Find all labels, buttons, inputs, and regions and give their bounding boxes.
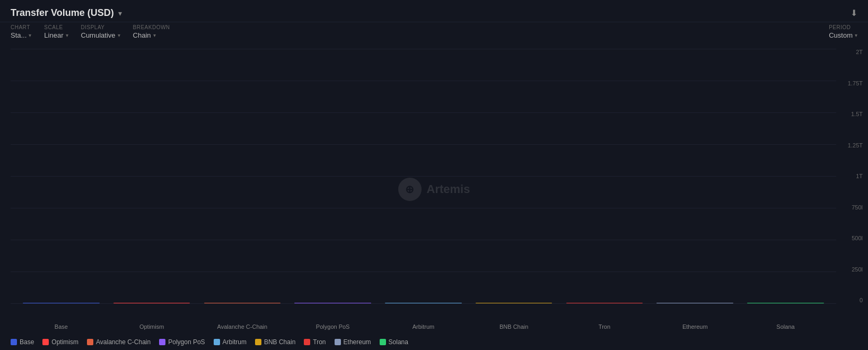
x-axis-label: Tron xyxy=(559,323,650,330)
y-axis-label: 2T xyxy=(856,49,863,55)
y-axis-label: 250l xyxy=(852,266,863,273)
legend-item[interactable]: Tron xyxy=(304,338,326,346)
download-icon[interactable]: ⬇ xyxy=(851,8,857,18)
bars-container xyxy=(11,49,836,303)
grid-line xyxy=(11,303,836,304)
legend-item[interactable]: Base xyxy=(11,338,34,346)
legend-label: Solana xyxy=(389,338,408,346)
bar-group[interactable] xyxy=(107,303,197,303)
legend-label: Base xyxy=(20,338,34,346)
legend-dot xyxy=(335,339,341,345)
watermark: ⊕ Artemis xyxy=(398,178,470,201)
period-chevron-icon: ▾ xyxy=(855,32,857,38)
bar-group[interactable] xyxy=(378,303,468,303)
bar-group[interactable] xyxy=(650,303,740,303)
legend-dot xyxy=(304,339,310,345)
legend-label: Optimism xyxy=(51,338,78,346)
chart-label: CHART xyxy=(11,24,31,30)
scale-control: SCALE Linear ▾ xyxy=(44,24,68,39)
chart-chevron-icon: ▾ xyxy=(29,32,31,38)
breakdown-chevron-icon: ▾ xyxy=(153,32,156,38)
y-axis-label: 0 xyxy=(860,297,863,303)
legend-item[interactable]: Avalanche C-Chain xyxy=(87,338,151,346)
page-title: Transfer Volume (USD) xyxy=(11,7,114,19)
bar[interactable] xyxy=(476,303,553,303)
bar[interactable] xyxy=(113,303,190,303)
legend-item[interactable]: Ethereum xyxy=(335,338,371,346)
x-axis-labels: BaseOptimismAvalanche C-ChainPolygon PoS… xyxy=(11,323,836,330)
controls-bar: CHART Sta... ▾ SCALE Linear ▾ DISPLAY Cu… xyxy=(0,22,868,43)
legend-dot xyxy=(11,339,17,345)
breakdown-control: BREAKDOWN Chain ▾ xyxy=(133,24,170,39)
x-axis-label: Optimism xyxy=(107,323,197,330)
legend-dot xyxy=(380,339,386,345)
x-axis-label: Base xyxy=(16,323,106,330)
y-axis-label: 1.25T xyxy=(848,142,863,148)
bar[interactable] xyxy=(656,303,733,303)
legend-label: Polygon PoS xyxy=(168,338,205,346)
period-value: Custom xyxy=(829,31,853,39)
bar-group[interactable] xyxy=(741,303,831,303)
x-axis-label: Solana xyxy=(741,323,831,330)
bar[interactable] xyxy=(747,303,824,303)
y-axis-label: 1.75T xyxy=(848,80,863,86)
bar[interactable] xyxy=(385,303,462,303)
title-row: Transfer Volume (USD) ▾ xyxy=(11,7,122,19)
legend-dot xyxy=(87,339,93,345)
bar-group[interactable] xyxy=(288,303,378,303)
legend-item[interactable]: Polygon PoS xyxy=(159,338,205,346)
dashboard-container: Transfer Volume (USD) ▾ ⬇ CHART Sta... ▾… xyxy=(0,0,868,350)
legend-dot xyxy=(159,339,165,345)
chart-area: 2T1.75T1.5T1.25T1T750l500l250l0 ⊕ Artemi… xyxy=(0,43,868,335)
title-chevron-icon[interactable]: ▾ xyxy=(118,9,122,18)
bar[interactable] xyxy=(23,303,100,303)
display-control: DISPLAY Cumulative ▾ xyxy=(81,24,120,39)
bar[interactable] xyxy=(294,303,371,303)
bar[interactable] xyxy=(566,303,643,303)
y-axis-label: 750l xyxy=(852,204,863,211)
bar-group[interactable] xyxy=(16,303,106,303)
y-axis-label: 1.5T xyxy=(851,111,863,117)
legend-item[interactable]: Solana xyxy=(380,338,408,346)
legend-item[interactable]: Arbitrum xyxy=(214,338,247,346)
bar-group[interactable] xyxy=(559,303,650,303)
period-control: PERIOD Custom ▾ xyxy=(829,24,857,39)
period-label: PERIOD xyxy=(829,24,857,30)
x-axis-label: BNB Chain xyxy=(469,323,559,330)
legend: BaseOptimismAvalanche C-ChainPolygon PoS… xyxy=(0,335,868,350)
display-label: DISPLAY xyxy=(81,24,120,30)
legend-label: Avalanche C-Chain xyxy=(96,338,151,346)
bar-group[interactable] xyxy=(197,303,287,303)
scale-chevron-icon: ▾ xyxy=(66,32,68,38)
legend-label: BNB Chain xyxy=(264,338,295,346)
legend-label: Ethereum xyxy=(344,338,371,346)
legend-label: Arbitrum xyxy=(223,338,247,346)
bar-group[interactable] xyxy=(469,303,559,303)
chart-value: Sta... xyxy=(11,31,27,39)
legend-item[interactable]: BNB Chain xyxy=(255,338,295,346)
watermark-text: Artemis xyxy=(427,182,470,196)
scale-value: Linear xyxy=(44,31,63,39)
scale-dropdown[interactable]: Linear ▾ xyxy=(44,31,68,39)
breakdown-value: Chain xyxy=(133,31,151,39)
x-axis-label: Ethereum xyxy=(650,323,740,330)
breakdown-dropdown[interactable]: Chain ▾ xyxy=(133,31,170,39)
x-axis-label: Polygon PoS xyxy=(288,323,378,330)
display-value: Cumulative xyxy=(81,31,116,39)
display-dropdown[interactable]: Cumulative ▾ xyxy=(81,31,120,39)
scale-label: SCALE xyxy=(44,24,68,30)
chart-dropdown[interactable]: Sta... ▾ xyxy=(11,31,31,39)
y-axis-label: 1T xyxy=(856,173,863,179)
legend-dot xyxy=(255,339,261,345)
bar[interactable] xyxy=(204,303,281,303)
chart-control: CHART Sta... ▾ xyxy=(11,24,31,39)
period-dropdown[interactable]: Custom ▾ xyxy=(829,31,857,39)
header: Transfer Volume (USD) ▾ ⬇ xyxy=(0,0,868,22)
watermark-icon: ⊕ xyxy=(398,178,422,201)
x-axis-label: Avalanche C-Chain xyxy=(197,323,287,330)
legend-dot xyxy=(214,339,220,345)
y-axis-label: 500l xyxy=(852,235,863,241)
display-chevron-icon: ▾ xyxy=(118,32,120,38)
breakdown-label: BREAKDOWN xyxy=(133,24,170,30)
legend-item[interactable]: Optimism xyxy=(42,338,78,346)
